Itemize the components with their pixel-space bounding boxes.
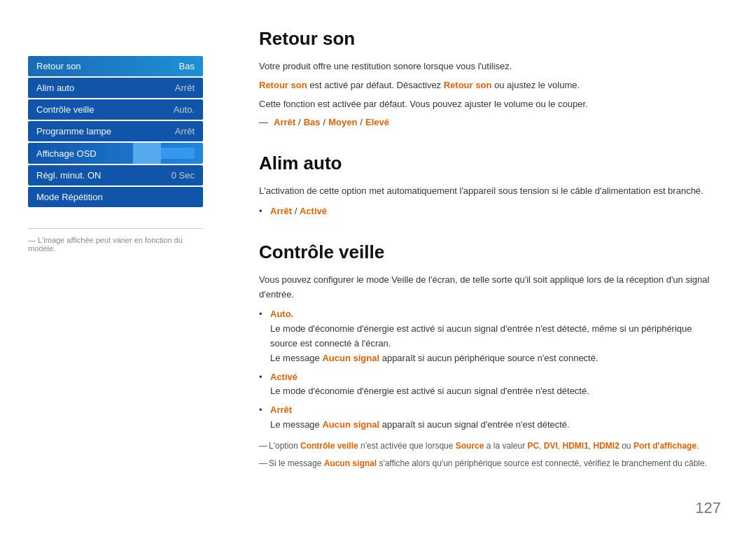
bullet-auto: Auto. Le mode d'économie d'énergie est a… [259,307,714,365]
sidebar-value-programme-lampe: Arrêt [175,126,195,136]
affichage-osd-bar [160,148,195,159]
cv-note-dvi: DVI [544,441,558,451]
cv-note-controle-veille: Contrôle veille [300,441,358,451]
sep2: / [323,115,326,130]
cv-option-arret: Arrêt [270,405,292,415]
sidebar-label-regl-minut-on: Régl. minut. ON [36,170,101,181]
section-retour-son: Retour son Votre produit offre une resti… [259,28,714,130]
alim-option-arret: Arrêt [270,206,292,216]
cv-note-hdmi2: HDMI2 [594,441,620,451]
title-retour-son: Retour son [259,28,714,50]
sidebar-item-programme-lampe[interactable]: Programme lampe Arrêt [28,121,203,141]
retour-son-bold1: Retour son [259,80,307,90]
option-eleve: Elevé [365,115,389,130]
cv-note-source: Source [456,441,484,451]
sidebar-item-regl-minut-on[interactable]: Régl. minut. ON 0 Sec [28,165,203,185]
alim-sep: / [295,206,300,216]
alim-auto-para1: L'activation de cette option met automat… [259,184,714,199]
retour-son-bold2: Retour son [444,80,492,90]
sidebar-label-alim-auto: Alim auto [36,83,74,93]
sidebar-label-affichage-osd: Affichage OSD [36,148,97,159]
retour-son-para2: Retour son est activé par défaut. Désact… [259,78,714,93]
cv-note-pc: PC [527,441,539,451]
option-arret: Arrêt [274,115,295,130]
sidebar-value-controle-veille: Auto. [174,104,195,115]
sidebar-item-affichage-osd[interactable]: Affichage OSD [28,143,203,164]
sidebar-label-controle-veille: Contrôle veille [36,104,94,115]
cv-aucun-signal-1: Aucun signal [322,353,379,363]
bullet-arret: Arrêt Le message Aucun signal apparaît s… [259,403,714,433]
option-moyen: Moyen [328,115,357,130]
bullet-active: Activé Le mode d'économie d'énergie est … [259,370,714,400]
alim-auto-bullets: Arrêt / Activé [259,204,714,219]
section-alim-auto: Alim auto L'activation de cette option m… [259,153,714,219]
cv-note-port: Port d'affichage [634,441,696,451]
sidebar-label-programme-lampe: Programme lampe [36,126,111,136]
sidebar-label-retour-son: Retour son [36,61,81,71]
cv-aucun-signal-2: Aucun signal [322,419,379,430]
sidebar-value-alim-auto: Arrêt [175,83,195,93]
alim-option-active: Activé [300,206,327,216]
sidebar-item-controle-veille[interactable]: Contrôle veille Auto. [28,99,203,120]
sidebar-value-retour-son: Bas [179,61,195,71]
alim-auto-option: Arrêt / Activé [259,204,714,219]
sidebar-item-mode-repetition[interactable]: Mode Répétition [28,187,203,207]
cv-note-2: Si le message Aucun signal s'affiche alo… [259,457,714,470]
retour-son-para3: Cette fonction est activée par défaut. V… [259,97,714,112]
retour-son-options: Arrêt / Bas / Moyen / Elevé [259,115,714,130]
main-content: Retour son Votre produit offre une resti… [224,0,756,534]
retour-son-para1: Votre produit offre une restitution sono… [259,59,714,74]
option-bas: Bas [304,115,321,130]
cv-auto-line2: Le message Aucun signal apparaît si aucu… [270,353,598,363]
title-alim-auto: Alim auto [259,153,714,174]
sep3: / [360,115,363,130]
cv-note-hdmi1: HDMI1 [563,441,589,451]
cv-note-1: L'option Contrôle veille n'est activée q… [259,440,714,453]
sidebar-label-mode-repetition: Mode Répétition [36,192,103,202]
cv-active-line1: Le mode d'économie d'énergie est activé … [270,386,589,396]
sidebar-value-regl-minut-on: 0 Sec [172,170,195,181]
cv-auto-line1: Le mode d'économie d'énergie est activé … [270,323,692,349]
sidebar: Retour son Bas Alim auto Arrêt Contrôle … [0,0,224,534]
controle-veille-bullets: Auto. Le mode d'économie d'énergie est a… [259,307,714,432]
page-number: 127 [695,499,721,517]
cv-option-active: Activé [270,372,298,382]
cv-option-auto: Auto. [270,309,293,319]
sidebar-item-alim-auto[interactable]: Alim auto Arrêt [28,78,203,98]
title-controle-veille: Contrôle veille [259,241,714,263]
controle-veille-intro: Vous pouvez configurer le mode Veille de… [259,273,714,302]
menu-list: Retour son Bas Alim auto Arrêt Contrôle … [28,56,203,207]
section-controle-veille: Contrôle veille Vous pouvez configurer l… [259,241,714,470]
sep1: / [298,115,301,130]
cv-note-aucun-signal: Aucun signal [324,458,377,468]
cv-arret-line1: Le message Aucun signal apparaît si aucu… [270,419,570,430]
sidebar-item-retour-son[interactable]: Retour son Bas [28,56,203,76]
sidebar-note: — L'image affichée peut varier en foncti… [28,228,203,253]
